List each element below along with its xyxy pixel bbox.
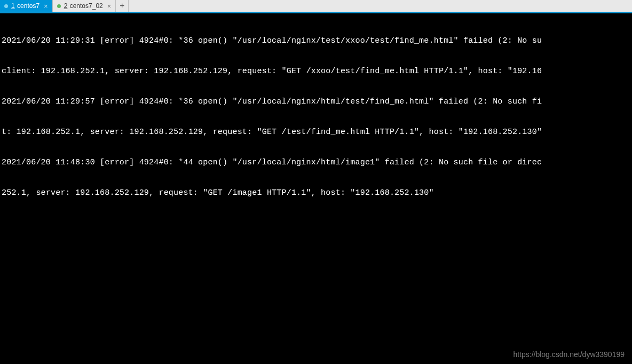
tab-bar: 1 centos7 × 2 centos7_02 × + — [0, 0, 632, 12]
close-icon[interactable]: × — [107, 2, 112, 10]
tab-centos7[interactable]: 1 centos7 × — [0, 0, 53, 12]
terminal-line: 2021/06/20 11:29:57 [error] 4924#0: *36 … — [2, 97, 630, 107]
terminal-line: 2021/06/20 11:29:31 [error] 4924#0: *36 … — [2, 36, 630, 46]
tab-centos7-02[interactable]: 2 centos7_02 × — [53, 0, 116, 12]
terminal-line: 2021/06/20 11:48:30 [error] 4924#0: *44 … — [2, 157, 630, 168]
terminal-line: 252.1, server: 192.168.252.129, request:… — [2, 188, 630, 198]
terminal-output[interactable]: 2021/06/20 11:29:31 [error] 4924#0: *36 … — [0, 12, 632, 364]
terminal-line: t: 192.168.252.1, server: 192.168.252.12… — [2, 127, 630, 137]
tab-label: 1 centos7 — [11, 2, 40, 10]
terminal-line: client: 192.168.252.1, server: 192.168.2… — [2, 66, 630, 76]
close-icon[interactable]: × — [44, 2, 48, 10]
status-dot-icon — [4, 4, 8, 8]
add-tab-button[interactable]: + — [116, 0, 129, 12]
tab-label: 2 centos7_02 — [64, 2, 103, 10]
watermark-text: https://blog.csdn.net/dyw3390199 — [513, 350, 625, 359]
status-dot-icon — [57, 4, 61, 8]
